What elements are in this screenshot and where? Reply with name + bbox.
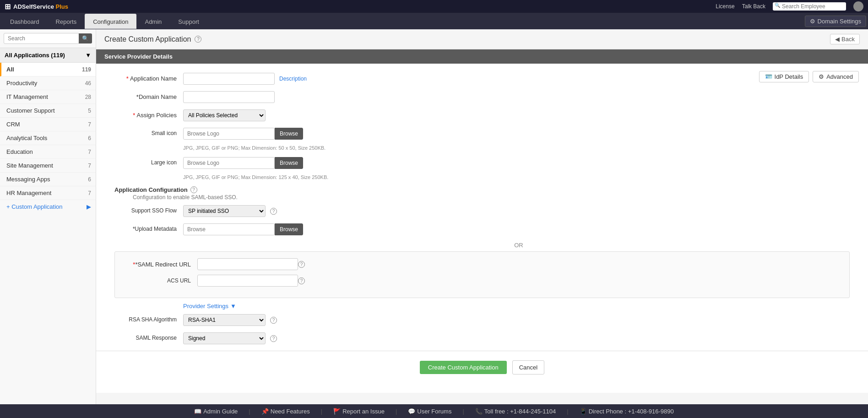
custom-application-item[interactable]: + Custom Application ▶ bbox=[0, 200, 96, 213]
provider-settings-toggle[interactable]: Provider Settings ▼ bbox=[183, 303, 850, 309]
domain-settings-button[interactable]: ⚙ Domain Settings bbox=[805, 16, 866, 27]
acs-url-input[interactable] bbox=[197, 275, 298, 287]
large-icon-hint: JPG, JPEG, GIF or PNG; Max Dimension: 12… bbox=[183, 174, 328, 180]
app-name-input[interactable] bbox=[183, 73, 275, 85]
app-name-label: * Application Name bbox=[114, 73, 183, 82]
gear-icon: ⚙ bbox=[810, 18, 815, 25]
saml-response-help-icon[interactable]: ? bbox=[270, 335, 277, 342]
phone-icon: 📞 bbox=[475, 408, 483, 415]
back-button[interactable]: ◀ Back bbox=[830, 34, 860, 44]
chevron-right-icon: ▶ bbox=[87, 203, 91, 210]
license-link[interactable]: License bbox=[716, 3, 734, 10]
form-body: 🪪 IdP Details ⚙ Advanced * Application N… bbox=[96, 64, 868, 393]
acs-url-help-icon[interactable]: ? bbox=[298, 277, 305, 284]
or-divider: OR bbox=[96, 242, 868, 249]
sso-flow-field: SP initiated SSO ? bbox=[183, 205, 850, 217]
id-card-icon: 🪪 bbox=[765, 73, 772, 80]
sidebar-item-productivity[interactable]: Productivity 46 bbox=[0, 76, 96, 90]
app-name-field: Description bbox=[183, 73, 850, 85]
small-icon-row: Small icon Browse JPG, JPEG, GIF or PNG;… bbox=[96, 128, 868, 151]
tab-configuration[interactable]: Configuration bbox=[85, 14, 136, 29]
rsa-sha-row: RSA SHA Algorithm RSA-SHA1 ? bbox=[96, 314, 868, 326]
brand-name: ADSelfService Plus bbox=[13, 3, 68, 10]
sidebar-search-bar: 🔍 bbox=[0, 29, 96, 48]
forum-icon: 💬 bbox=[408, 408, 415, 415]
sidebar-search-button[interactable]: 🔍 bbox=[79, 33, 92, 43]
sidebar-item-messaging-apps[interactable]: Messaging Apps 6 bbox=[0, 173, 96, 186]
saml-redirect-help-icon[interactable]: ? bbox=[298, 261, 305, 268]
employee-search-wrap bbox=[773, 2, 846, 11]
book-icon: 📖 bbox=[194, 408, 201, 415]
need-features-link[interactable]: 📌 Need Features bbox=[261, 408, 310, 415]
admin-guide-link[interactable]: 📖 Admin Guide bbox=[194, 408, 238, 415]
report-issue-link[interactable]: 🚩 Report an Issue bbox=[333, 408, 385, 415]
brand-logo: ⊞ ADSelfService Plus bbox=[5, 2, 68, 11]
form-area: Service Provider Details 🪪 IdP Details ⚙… bbox=[96, 49, 868, 404]
sidebar-item-customer-support[interactable]: Customer Support 5 bbox=[0, 104, 96, 118]
saml-response-select[interactable]: Signed bbox=[183, 332, 266, 344]
page-header: Create Custom Application ? ◀ Back bbox=[96, 29, 868, 49]
acs-url-row: ACS URL ? bbox=[124, 275, 840, 287]
domain-name-input[interactable] bbox=[183, 91, 275, 103]
sso-flow-select[interactable]: SP initiated SSO bbox=[183, 205, 266, 217]
saml-redirect-input[interactable] bbox=[197, 258, 298, 270]
sidebar-item-education[interactable]: Education 7 bbox=[0, 145, 96, 159]
rsa-sha-select[interactable]: RSA-SHA1 bbox=[183, 314, 266, 326]
sidebar-item-all[interactable]: All 119 bbox=[0, 63, 96, 76]
cancel-button[interactable]: Cancel bbox=[512, 360, 544, 375]
form-top-actions: 🪪 IdP Details ⚙ Advanced bbox=[759, 71, 859, 82]
domain-name-row: *Domain Name bbox=[96, 91, 868, 103]
small-icon-browse-button[interactable]: Browse bbox=[275, 128, 303, 140]
topbar: ⊞ ADSelfService Plus License Talk Back bbox=[0, 0, 868, 13]
page-help-icon[interactable]: ? bbox=[195, 36, 201, 43]
all-apps-header[interactable]: All Applications (119) ▼ bbox=[0, 48, 96, 63]
large-icon-browse-group: Browse bbox=[183, 157, 303, 169]
description-link[interactable]: Description bbox=[279, 76, 307, 82]
talkback-link[interactable]: Talk Back bbox=[742, 3, 765, 10]
large-icon-browse-button[interactable]: Browse bbox=[275, 157, 303, 169]
small-icon-label: Small icon bbox=[114, 128, 183, 136]
sso-flow-help-icon[interactable]: ? bbox=[270, 208, 277, 215]
large-icon-field: Browse JPG, JPEG, GIF or PNG; Max Dimens… bbox=[183, 157, 850, 180]
upload-metadata-row: *Upload Metadata Browse bbox=[96, 223, 868, 235]
sidebar-item-hr-management[interactable]: HR Management 7 bbox=[0, 186, 96, 200]
saml-response-field: Signed ? bbox=[183, 332, 850, 344]
upload-metadata-browse-group: Browse bbox=[183, 223, 303, 235]
small-icon-field: Browse JPG, JPEG, GIF or PNG; Max Dimens… bbox=[183, 128, 850, 151]
large-icon-input bbox=[183, 157, 275, 169]
small-icon-hint: JPG, JPEG, GIF or PNG; Max Dimension: 50… bbox=[183, 145, 326, 151]
sidebar-item-crm[interactable]: CRM 7 bbox=[0, 118, 96, 131]
flag-icon: 🚩 bbox=[333, 408, 341, 415]
form-actions: Create Custom Application Cancel bbox=[96, 351, 868, 384]
upload-metadata-browse-button[interactable]: Browse bbox=[275, 223, 303, 235]
sidebar-item-analytical-tools[interactable]: Analytical Tools 6 bbox=[0, 131, 96, 145]
assign-policies-field: All Policies Selected bbox=[183, 109, 850, 121]
user-avatar[interactable] bbox=[853, 1, 863, 11]
star-icon: 📌 bbox=[261, 408, 269, 415]
chevron-down-icon: ▼ bbox=[85, 52, 91, 59]
advanced-button[interactable]: ⚙ Advanced bbox=[813, 71, 859, 82]
rsa-sha-help-icon[interactable]: ? bbox=[270, 317, 277, 324]
large-icon-row: Large icon Browse JPG, JPEG, GIF or PNG;… bbox=[96, 157, 868, 180]
tab-dashboard[interactable]: Dashboard bbox=[2, 14, 48, 29]
assign-policies-select[interactable]: All Policies Selected bbox=[183, 109, 266, 121]
employee-search-input[interactable] bbox=[773, 2, 846, 11]
upload-metadata-input bbox=[183, 223, 275, 235]
sidebar-item-site-management[interactable]: Site Management 7 bbox=[0, 159, 96, 173]
tab-admin[interactable]: Admin bbox=[136, 14, 170, 29]
app-config-help-icon[interactable]: ? bbox=[190, 186, 197, 193]
tab-reports[interactable]: Reports bbox=[48, 14, 85, 29]
idp-details-button[interactable]: 🪪 IdP Details bbox=[759, 71, 809, 82]
rsa-sha-field: RSA-SHA1 ? bbox=[183, 314, 850, 326]
topbar-right: License Talk Back bbox=[716, 1, 863, 11]
user-forums-link[interactable]: 💬 User Forums bbox=[408, 408, 451, 415]
app-config-title: Application Configuration bbox=[114, 186, 188, 193]
sidebar-item-it-management[interactable]: IT Management 28 bbox=[0, 90, 96, 104]
chevron-down-icon: ▼ bbox=[230, 303, 236, 309]
footer: 📖 Admin Guide | 📌 Need Features | 🚩 Repo… bbox=[0, 404, 868, 418]
tab-support[interactable]: Support bbox=[170, 14, 207, 29]
app-config-desc: Configuration to enable SAML-based SSO. bbox=[114, 194, 868, 201]
create-custom-app-button[interactable]: Create Custom Application bbox=[420, 361, 507, 374]
sidebar-search-input[interactable] bbox=[4, 33, 79, 44]
page-title: Create Custom Application bbox=[104, 35, 191, 43]
